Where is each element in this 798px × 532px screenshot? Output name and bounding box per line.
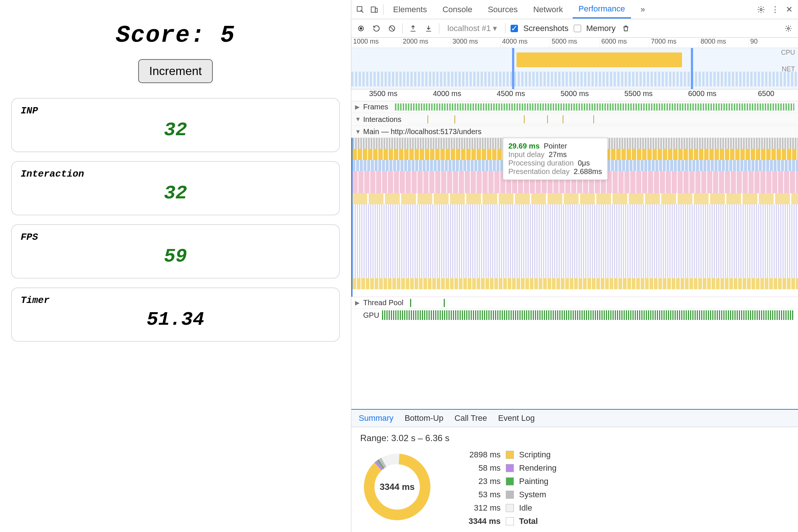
overview-cpu-block: [516, 52, 682, 67]
interactions-strip: [408, 115, 794, 124]
score-title: Score: 5: [116, 22, 235, 49]
summary-tabs: Summary Bottom-Up Call Tree Event Log: [351, 409, 798, 427]
tab-more[interactable]: »: [635, 1, 651, 18]
upload-icon[interactable]: [408, 23, 418, 34]
inspect-icon[interactable]: [355, 4, 365, 15]
tab-sources[interactable]: Sources: [482, 1, 524, 18]
overview-handle-right[interactable]: [691, 48, 693, 89]
record-icon[interactable]: [356, 23, 366, 34]
gear-icon[interactable]: [756, 4, 766, 15]
btab-summary[interactable]: Summary: [359, 413, 393, 423]
tick: 4500 ms: [479, 89, 543, 101]
card-value: 32: [21, 183, 330, 204]
btab-calltree[interactable]: Call Tree: [454, 413, 487, 423]
app-pane: Score: 5 Increment INP 32 Interaction 32…: [0, 0, 351, 532]
tooltip-row-value: 27ms: [549, 150, 567, 158]
swatch-icon: [506, 504, 514, 512]
tick: 2000 ms: [401, 38, 450, 48]
swatch-icon: [506, 517, 514, 525]
main-track-header[interactable]: ▼ Main — http://localhost:5173/unders: [351, 126, 798, 138]
frames-strip: [395, 103, 794, 111]
thread-pool-track[interactable]: ▶ Thread Pool: [351, 297, 798, 309]
tick: 3500 ms: [351, 89, 415, 101]
device-icon[interactable]: [369, 4, 379, 15]
swatch-icon: [506, 491, 514, 499]
tooltip-row-label: Processing duration: [508, 159, 574, 167]
thread-pool-label: Thread Pool: [363, 299, 403, 307]
separator: [402, 23, 403, 34]
devtools-pane: Elements Console Sources Network Perform…: [351, 0, 798, 532]
tick: 6000 ms: [671, 89, 734, 101]
svg-rect-2: [375, 8, 378, 12]
card-label: Timer: [21, 295, 330, 306]
screenshots-label: Screenshots: [523, 24, 568, 33]
tick: 8000 ms: [699, 38, 748, 48]
memory-checkbox[interactable]: [574, 25, 581, 32]
gpu-strip: [382, 310, 794, 320]
card-value: 51.34: [21, 309, 330, 331]
overview-timeline[interactable]: 1000 ms 2000 ms 3000 ms 4000 ms 5000 ms …: [351, 38, 798, 89]
tick: 3000 ms: [451, 38, 500, 48]
tooltip-row-label: Input delay: [508, 150, 545, 158]
main-ruler: 3500 ms 4000 ms 4500 ms 5000 ms 5500 ms …: [351, 89, 798, 101]
btab-eventlog[interactable]: Event Log: [498, 413, 535, 423]
overview-handle-left[interactable]: [512, 48, 514, 89]
increment-button[interactable]: Increment: [138, 59, 213, 83]
disclosure-right-icon: ▶: [355, 299, 360, 306]
card-interaction: Interaction 32: [11, 161, 340, 215]
gc-icon[interactable]: [621, 23, 631, 34]
card-value: 59: [21, 246, 330, 267]
tab-console[interactable]: Console: [437, 1, 478, 18]
overview-axis-labels: CPU NET: [781, 49, 795, 73]
card-label: INP: [21, 105, 330, 116]
card-value: 32: [21, 119, 330, 141]
screenshots-checkbox[interactable]: ✓: [511, 25, 518, 32]
summary-panel: Range: 3.02 s – 6.36 s 3344 ms 2898 msSc…: [351, 427, 798, 532]
tick: 6000 ms: [600, 38, 649, 48]
tick: 5000 ms: [550, 38, 599, 48]
download-icon[interactable]: [423, 23, 434, 34]
gear-icon[interactable]: [783, 23, 794, 34]
separator: [439, 23, 439, 34]
swatch-icon: [506, 464, 514, 472]
kebab-icon[interactable]: ⋮: [770, 4, 780, 15]
interactions-track-header[interactable]: ▼ Interactions: [351, 113, 798, 126]
disclosure-down-icon: ▼: [355, 116, 360, 123]
legend-row-total: 3344 msTotal: [456, 516, 557, 526]
svg-rect-1: [371, 7, 375, 12]
tab-elements[interactable]: Elements: [387, 1, 433, 18]
profile-dropdown[interactable]: localhost #1 ▾: [444, 23, 500, 34]
legend-row: 53 msSystem: [456, 490, 557, 499]
reload-icon[interactable]: [371, 23, 382, 34]
disclosure-right-icon: ▶: [355, 103, 360, 110]
tick: 6500: [734, 89, 798, 101]
gpu-track[interactable]: GPU: [351, 309, 798, 321]
donut-center-label: 3344 ms: [360, 450, 434, 524]
svg-point-5: [360, 27, 362, 30]
interaction-tooltip: 29.69 ms Pointer Input delay 27ms Proces…: [503, 138, 608, 180]
tab-performance[interactable]: Performance: [573, 0, 631, 18]
overview-net-strip: [351, 72, 798, 86]
tick: 4000 ms: [415, 89, 479, 101]
net-label: NET: [781, 65, 795, 73]
tooltip-type: Pointer: [544, 142, 567, 150]
tab-network[interactable]: Network: [527, 1, 569, 18]
legend-row: 58 msRendering: [456, 463, 557, 473]
tooltip-row-label: Presentation delay: [508, 167, 570, 175]
summary-donut: 3344 ms: [360, 450, 434, 524]
range-text: Range: 3.02 s – 6.36 s: [360, 433, 789, 443]
interactions-label: Interactions: [363, 115, 401, 124]
tick: 5500 ms: [607, 89, 671, 101]
thread-pool-bar: [444, 299, 445, 307]
btab-bottomup[interactable]: Bottom-Up: [405, 413, 443, 423]
perf-toolbar: localhost #1 ▾ ✓ Screenshots Memory: [351, 19, 798, 38]
card-label: FPS: [21, 232, 330, 243]
swatch-icon: [506, 451, 514, 459]
chevron-down-icon: ▾: [493, 24, 497, 33]
summary-legend: 2898 msScripting 58 msRendering 23 msPai…: [456, 450, 557, 526]
frames-track-header[interactable]: ▶ Frames: [351, 101, 798, 113]
clear-icon[interactable]: [387, 23, 397, 34]
swatch-icon: [506, 477, 514, 485]
close-icon[interactable]: ✕: [784, 4, 794, 15]
memory-label: Memory: [586, 24, 615, 33]
